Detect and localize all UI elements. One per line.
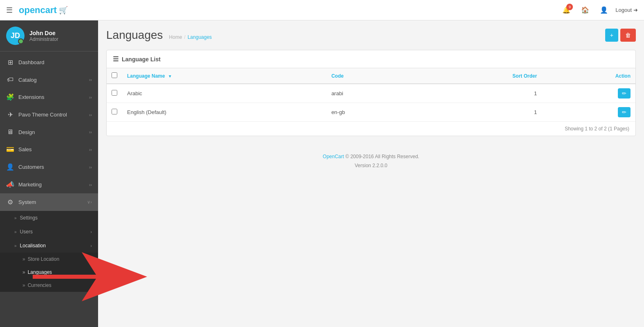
chevron-right-icon: › — [89, 130, 92, 134]
sidebar-item-label: Customers — [18, 164, 85, 170]
hamburger-icon[interactable]: ☰ — [6, 6, 13, 15]
footer-line2: Version 2.2.0.0 — [114, 161, 628, 170]
logo: opencart 🛒 — [19, 5, 68, 16]
row-action: ✏ — [542, 84, 635, 103]
chevron-right-icon: › — [90, 243, 92, 248]
row-sort-order: 1 — [414, 84, 542, 103]
sidebar-item-sales[interactable]: 💳 Sales › — [0, 141, 98, 158]
sidebar-item-users[interactable]: » Users › — [0, 225, 98, 239]
notifications-button[interactable]: 🔔 9 — [559, 3, 574, 17]
sidebar-item-extensions[interactable]: 🧩 Extensions › — [0, 88, 98, 106]
double-arrow-icon: » — [14, 216, 17, 220]
sidebar-item-store-location[interactable]: » Store Location — [0, 253, 98, 266]
page-actions: + 🗑 — [605, 29, 636, 42]
sidebar-item-dashboard[interactable]: ⊞ Dashboard — [0, 54, 98, 71]
design-icon: 🖥 — [6, 128, 14, 136]
code-column-header: Code — [326, 68, 414, 84]
logo-cart-icon: 🛒 — [59, 6, 68, 15]
logout-label: Logout — [615, 7, 632, 13]
breadcrumb-home[interactable]: Home — [169, 34, 182, 40]
sidebar-item-localisation[interactable]: » Localisation › — [0, 239, 98, 253]
avatar: JD — [6, 27, 25, 45]
system-submenu: » Settings » Users › » Localisation › » — [0, 211, 98, 292]
row-checkbox[interactable] — [112, 90, 117, 96]
card-title: Language List — [122, 56, 161, 63]
footer: OpenCart © 2009-2016 All Rights Reserved… — [106, 144, 636, 178]
sidebar-item-label: Extensions — [18, 94, 85, 100]
edit-button[interactable]: ✏ — [618, 88, 631, 99]
double-arrow-icon: » — [22, 256, 25, 262]
sidebar-item-languages[interactable]: » Languages — [0, 266, 98, 279]
user-panel: JD John Doe Administrator — [0, 20, 98, 52]
main-layout: JD John Doe Administrator ⊞ Dashboard 🏷 … — [0, 20, 644, 327]
logout-button[interactable]: Logout ➜ — [615, 7, 638, 13]
user-name: John Doe — [29, 30, 58, 36]
name-column-header[interactable]: Language Name ▼ — [122, 68, 326, 84]
double-arrow-icon: » — [22, 282, 25, 288]
sidebar-item-pavo[interactable]: ✈ Pavo Theme Control › — [0, 106, 98, 123]
store-location-label: Store Location — [28, 256, 59, 262]
footer-line1: OpenCart © 2009-2016 All Rights Reserved… — [114, 152, 628, 161]
chevron-right-icon: › — [89, 165, 92, 170]
sales-icon: 💳 — [6, 146, 14, 153]
row-checkbox-cell — [107, 103, 122, 122]
logout-icon: ➜ — [633, 7, 638, 13]
sort-down-icon: ▼ — [168, 74, 172, 78]
sidebar-item-customers[interactable]: 👤 Customers › — [0, 158, 98, 176]
navbar: ☰ opencart 🛒 🔔 9 🏠 👤 Logout ➜ — [0, 0, 644, 20]
double-arrow-icon: » — [14, 230, 17, 234]
footer-brand-link[interactable]: OpenCart — [323, 154, 344, 159]
sidebar-item-label: Design — [18, 129, 85, 135]
table-row: Arabic arabi 1 ✏ — [107, 84, 635, 103]
home-icon: 🏠 — [581, 6, 589, 14]
breadcrumb-current: Languages — [188, 34, 212, 40]
navbar-right: 🔔 9 🏠 👤 Logout ➜ — [559, 3, 638, 17]
select-all-checkbox[interactable] — [112, 72, 117, 78]
sidebar: JD John Doe Administrator ⊞ Dashboard 🏷 … — [0, 20, 98, 327]
double-arrow-icon: » — [14, 244, 17, 248]
user-role: Administrator — [29, 36, 58, 42]
sidebar-item-label: Dashboard — [18, 59, 92, 65]
chevron-right-icon: › — [90, 229, 92, 234]
sidebar-item-currencies[interactable]: » Currencies — [0, 279, 98, 292]
sidebar-item-catalog[interactable]: 🏷 Catalog › — [0, 71, 98, 88]
profile-button[interactable]: 👤 — [597, 3, 611, 17]
pavo-icon: ✈ — [6, 111, 14, 119]
catalog-icon: 🏷 — [6, 76, 14, 83]
sidebar-item-label: Marketing — [18, 181, 85, 188]
breadcrumb-separator: / — [184, 34, 186, 40]
row-checkbox[interactable] — [112, 109, 117, 114]
chevron-right-icon: › — [89, 112, 92, 117]
avatar-initials: JD — [11, 31, 20, 40]
list-icon: ☰ — [113, 55, 119, 63]
localisation-submenu: » Store Location » Languages » Currencie… — [0, 253, 98, 292]
extensions-icon: 🧩 — [6, 93, 14, 101]
row-name: English (Default) — [122, 103, 326, 122]
page-header: Languages Home / Languages + 🗑 — [106, 29, 636, 42]
card-header: ☰ Language List — [107, 50, 635, 68]
edit-button[interactable]: ✏ — [618, 107, 631, 117]
chevron-right-icon: › — [89, 182, 92, 187]
row-sort-order: 1 — [414, 103, 542, 122]
sidebar-item-design[interactable]: 🖥 Design › — [0, 123, 98, 141]
breadcrumb: Home / Languages — [169, 34, 212, 40]
double-arrow-icon: » — [22, 269, 25, 275]
page-title: Languages — [106, 29, 163, 42]
chevron-down-icon: ∨ — [87, 199, 92, 205]
table-body: Arabic arabi 1 ✏ English (Default) en-gb… — [107, 84, 635, 122]
row-code: arabi — [326, 84, 414, 103]
sidebar-item-marketing[interactable]: 📣 Marketing › — [0, 176, 98, 193]
select-all-col — [107, 68, 122, 84]
sidebar-item-label: Sales — [18, 146, 85, 152]
currencies-label: Currencies — [28, 282, 51, 288]
row-checkbox-cell — [107, 84, 122, 103]
home-button[interactable]: 🏠 — [578, 3, 593, 17]
sidebar-item-settings[interactable]: » Settings — [0, 211, 98, 225]
delete-button[interactable]: 🗑 — [620, 29, 636, 42]
add-button[interactable]: + — [605, 29, 618, 42]
localisation-label: Localisation — [20, 243, 46, 249]
chevron-right-icon: › — [89, 147, 92, 152]
sidebar-item-label: Pavo Theme Control — [18, 112, 85, 118]
sidebar-item-system[interactable]: ⚙ System ∨ — [0, 193, 98, 211]
table-row: English (Default) en-gb 1 ✏ — [107, 103, 635, 122]
